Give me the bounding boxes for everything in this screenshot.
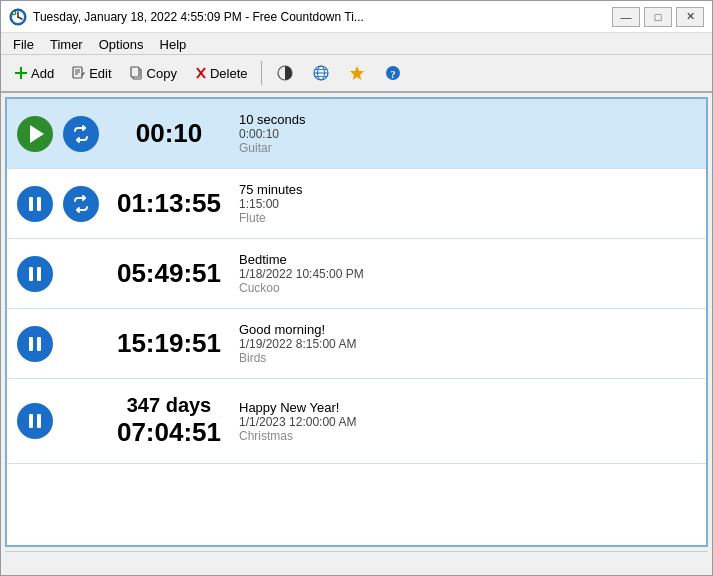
add-button[interactable]: Add [7,62,61,85]
timer-display-5-line1: 347 days [109,393,229,417]
timer-name-5: Happy New Year! [239,400,696,415]
timer-info-3: Bedtime 1/18/2022 10:45:00 PM Cuckoo [239,252,696,295]
repeat-icon-2 [72,195,90,213]
timer-row-4[interactable]: 15:19:51 Good morning! 1/19/2022 8:15:00… [7,309,706,379]
help-button[interactable]: ? [377,60,409,86]
pause-button-4[interactable] [17,326,53,362]
title-bar-left: Tuesday, January 18, 2022 4:55:09 PM - F… [9,8,364,26]
timer-name-4: Good morning! [239,322,696,337]
minimize-button[interactable]: — [612,7,640,27]
timer-row-5[interactable]: 347 days 07:04:51 Happy New Year! 1/1/20… [7,379,706,464]
title-controls: — □ ✕ [612,7,704,27]
window-title: Tuesday, January 18, 2022 4:55:09 PM - F… [33,10,364,24]
pause-button-5[interactable] [17,403,53,439]
menu-help[interactable]: Help [152,35,195,52]
contrast-icon [276,64,294,82]
menu-options[interactable]: Options [91,35,152,52]
delete-label: Delete [210,66,248,81]
svg-rect-14 [131,67,139,77]
repeat-button-1[interactable] [63,116,99,152]
timer-display-1: 00:10 [109,118,229,149]
pause-icon-5 [29,414,41,428]
add-icon [14,66,28,80]
contrast-button[interactable] [269,60,301,86]
star-button[interactable] [341,60,373,86]
timer-sound-5: Christmas [239,429,696,443]
timer-detail-2: 1:15:00 [239,197,696,211]
help-icon: ? [384,64,402,82]
add-label: Add [31,66,54,81]
pause-icon-2 [29,197,41,211]
timer-name-2: 75 minutes [239,182,696,197]
pause-icon-4 [29,337,41,351]
repeat-icon-1 [72,125,90,143]
copy-button[interactable]: Copy [123,62,184,85]
timer-detail-5: 1/1/2023 12:00:00 AM [239,415,696,429]
repeat-button-2[interactable] [63,186,99,222]
edit-icon [72,66,86,80]
pause-button-3[interactable] [17,256,53,292]
delete-icon [195,66,207,80]
spacer-3 [63,256,99,292]
timer-row-1[interactable]: 00:10 10 seconds 0:00:10 Guitar [7,99,706,169]
status-bar [5,551,708,571]
title-bar: Tuesday, January 18, 2022 4:55:09 PM - F… [1,1,712,33]
app-icon [9,8,27,26]
timer-sound-1: Guitar [239,141,696,155]
timer-sound-2: Flute [239,211,696,225]
timer-detail-4: 1/19/2022 8:15:00 AM [239,337,696,351]
copy-icon [130,66,144,80]
svg-marker-23 [350,66,364,80]
maximize-button[interactable]: □ [644,7,672,27]
timer-display-5-line2: 07:04:51 [109,417,229,448]
svg-text:?: ? [391,68,397,80]
timer-detail-3: 1/18/2022 10:45:00 PM [239,267,696,281]
timer-sound-4: Birds [239,351,696,365]
timer-detail-1: 0:00:10 [239,127,696,141]
timer-display-5: 347 days 07:04:51 [109,393,229,448]
timer-row-3[interactable]: 05:49:51 Bedtime 1/18/2022 10:45:00 PM C… [7,239,706,309]
timer-display-2: 01:13:55 [109,188,229,219]
close-button[interactable]: ✕ [676,7,704,27]
toolbar: Add Edit Copy Delete [1,55,712,93]
timer-display-4: 15:19:51 [109,328,229,359]
globe-icon [312,64,330,82]
spacer-5 [63,403,99,439]
delete-button[interactable]: Delete [188,62,255,85]
menu-file[interactable]: File [5,35,42,52]
copy-label: Copy [147,66,177,81]
star-icon [348,64,366,82]
timer-info-2: 75 minutes 1:15:00 Flute [239,182,696,225]
timer-display-3: 05:49:51 [109,258,229,289]
pause-icon-3 [29,267,41,281]
timer-info-4: Good morning! 1/19/2022 8:15:00 AM Birds [239,322,696,365]
timer-sound-3: Cuckoo [239,281,696,295]
edit-button[interactable]: Edit [65,62,118,85]
spacer-4 [63,326,99,362]
timer-info-5: Happy New Year! 1/1/2023 12:00:00 AM Chr… [239,400,696,443]
globe-button[interactable] [305,60,337,86]
timer-name-3: Bedtime [239,252,696,267]
timer-name-1: 10 seconds [239,112,696,127]
pause-button-2[interactable] [17,186,53,222]
menu-timer[interactable]: Timer [42,35,91,52]
play-button-1[interactable] [17,116,53,152]
timer-list: 00:10 10 seconds 0:00:10 Guitar [5,97,708,547]
timer-row-2[interactable]: 01:13:55 75 minutes 1:15:00 Flute [7,169,706,239]
svg-rect-8 [15,72,27,74]
toolbar-separator-1 [261,61,262,85]
edit-label: Edit [89,66,111,81]
menu-bar: File Timer Options Help [1,33,712,55]
play-icon-1 [30,125,44,143]
timer-info-1: 10 seconds 0:00:10 Guitar [239,112,696,155]
main-window: Tuesday, January 18, 2022 4:55:09 PM - F… [0,0,713,576]
